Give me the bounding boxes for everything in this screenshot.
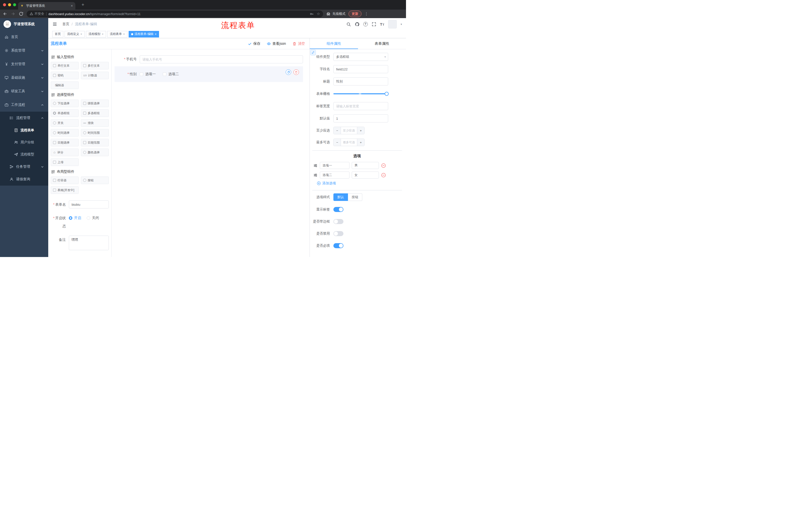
close-icon[interactable]: ×: [123, 32, 125, 36]
component-table[interactable]: 表格[开发中]: [51, 186, 79, 194]
option-value-input[interactable]: [352, 171, 379, 179]
remove-option-icon[interactable]: [381, 173, 386, 178]
sidebar-item-user-group[interactable]: 用户分组: [0, 136, 48, 148]
max-select-value[interactable]: 最多可选: [341, 139, 357, 146]
add-option-button[interactable]: 添加选项: [317, 181, 402, 186]
component-rate[interactable]: ☆评分: [51, 148, 79, 156]
component-checkbox-group[interactable]: 多选框组: [81, 109, 109, 117]
sidebar-item-payment[interactable]: 支付管理: [0, 57, 48, 71]
sidebar-item-process-model[interactable]: 流程模型: [0, 148, 48, 160]
save-button[interactable]: 保存: [248, 42, 260, 46]
field-gender-selected[interactable]: *性别 选项一 选项二: [115, 66, 303, 82]
style-button-button[interactable]: 按钮: [348, 193, 362, 201]
remove-option-icon[interactable]: [381, 163, 386, 168]
minimize-window-button[interactable]: [8, 3, 11, 6]
sidebar-item-process-form[interactable]: 流程表单: [0, 124, 48, 136]
component-multi-line-text[interactable]: 多行文本: [81, 62, 109, 70]
component-dropdown[interactable]: 下拉选择: [51, 100, 79, 107]
component-type-select[interactable]: [334, 53, 388, 61]
back-icon[interactable]: [2, 11, 7, 16]
option-value-input[interactable]: [352, 162, 379, 169]
close-icon[interactable]: ×: [71, 4, 73, 8]
component-single-line-text[interactable]: 单行文本: [51, 62, 79, 70]
component-time-picker[interactable]: 时间选择: [51, 129, 79, 137]
reload-icon[interactable]: [19, 11, 24, 16]
clear-button[interactable]: 清空: [292, 42, 305, 46]
component-cascader[interactable]: 级联选择: [81, 100, 109, 107]
form-name-input[interactable]: [69, 200, 109, 209]
option-label-input[interactable]: [320, 171, 349, 179]
kebab-menu-icon[interactable]: ⋮: [365, 11, 368, 16]
field-name-input[interactable]: [334, 65, 388, 73]
component-upload[interactable]: 上传: [51, 158, 79, 166]
gender-option-2[interactable]: 选项二: [163, 72, 179, 77]
tag-home[interactable]: 首页: [52, 31, 63, 37]
browser-tab[interactable]: 芋道管理系统 ×: [18, 2, 76, 9]
grid-slider[interactable]: [334, 90, 388, 98]
tag-process-model[interactable]: 流程模型×: [86, 31, 106, 37]
component-date-range[interactable]: 日期范围: [81, 139, 109, 146]
sidebar-logo[interactable]: 芋道管理系统: [0, 18, 48, 30]
disabled-toggle[interactable]: [334, 231, 343, 236]
sidebar-item-workflow[interactable]: 工作流程: [0, 98, 48, 112]
style-default-button[interactable]: 默认: [334, 193, 348, 201]
phone-input[interactable]: [140, 55, 303, 63]
close-window-button[interactable]: [3, 3, 6, 6]
search-icon[interactable]: [346, 22, 351, 27]
component-radio-group[interactable]: 单选框组: [51, 109, 79, 117]
tab-form-props[interactable]: 表单属性: [358, 38, 406, 49]
github-icon[interactable]: [355, 22, 359, 27]
min-select-value[interactable]: 至少应选: [341, 127, 357, 134]
close-icon[interactable]: ×: [80, 32, 82, 36]
increase-button[interactable]: +: [357, 127, 364, 134]
address-bar[interactable]: 不安全 dashboard.yudao.iocoder.cn/bpm/manag…: [27, 10, 323, 17]
new-tab-button[interactable]: +: [80, 2, 86, 8]
tag-process-form-edit[interactable]: 流程表单-编辑×: [128, 31, 159, 37]
sidebar-item-devtools[interactable]: 研发工具: [0, 84, 48, 98]
component-time-range[interactable]: 时间范围: [81, 129, 109, 137]
gender-option-1[interactable]: 选项一: [140, 72, 156, 77]
border-toggle[interactable]: [334, 219, 343, 224]
tab-component-props[interactable]: 组件属性: [310, 38, 358, 49]
trash-icon[interactable]: [293, 70, 299, 75]
security-indicator[interactable]: 不安全: [30, 11, 44, 16]
sidebar-item-task-mgmt[interactable]: 任务管理: [0, 160, 48, 173]
close-icon[interactable]: ×: [102, 32, 104, 36]
status-radio-on[interactable]: 开启: [69, 216, 81, 220]
component-switch[interactable]: 开关: [51, 119, 79, 127]
show-label-toggle[interactable]: [334, 207, 343, 212]
tag-process-definition[interactable]: 流程定义×: [64, 31, 85, 37]
key-icon[interactable]: [310, 12, 314, 16]
component-slider[interactable]: 滑块: [81, 119, 109, 127]
breadcrumb-home[interactable]: 首页: [62, 22, 69, 26]
slider-handle[interactable]: [385, 92, 389, 96]
component-editor[interactable]: 编辑器: [51, 81, 79, 89]
browser-update-button[interactable]: 更新: [348, 10, 361, 17]
decrease-button[interactable]: −: [334, 139, 341, 146]
close-icon[interactable]: ×: [155, 32, 156, 36]
sidebar-item-home[interactable]: 首页: [0, 30, 48, 44]
field-phone[interactable]: *手机号: [115, 55, 303, 63]
component-row-container[interactable]: 行容器: [51, 177, 79, 184]
chevron-down-icon[interactable]: ▾: [401, 23, 402, 26]
avatar[interactable]: [388, 20, 397, 28]
status-radio-off[interactable]: 关闭: [87, 216, 99, 220]
fullscreen-icon[interactable]: [372, 22, 376, 27]
component-password[interactable]: 密码: [51, 72, 79, 79]
font-size-icon[interactable]: TT: [380, 22, 385, 26]
link-icon[interactable]: [310, 50, 316, 55]
title-input[interactable]: [334, 77, 388, 85]
zoom-window-button[interactable]: [13, 3, 16, 6]
drag-handle-icon[interactable]: [313, 173, 318, 177]
component-color-picker[interactable]: 颜色选择: [81, 148, 109, 156]
component-date-picker[interactable]: 日期选择: [51, 139, 79, 146]
sidebar-item-leave-query[interactable]: 请假查询: [0, 173, 48, 186]
sidebar-item-system-mgmt[interactable]: 系统管理: [0, 44, 48, 57]
hamburger-icon[interactable]: [52, 22, 57, 27]
bookmark-star-icon[interactable]: ☆: [317, 11, 320, 16]
sidebar-item-infra[interactable]: 基础设施: [0, 71, 48, 84]
checkbox-icon[interactable]: [140, 73, 143, 76]
view-json-button[interactable]: 查看json: [267, 42, 286, 46]
decrease-button[interactable]: −: [334, 127, 341, 134]
increase-button[interactable]: +: [357, 139, 364, 146]
